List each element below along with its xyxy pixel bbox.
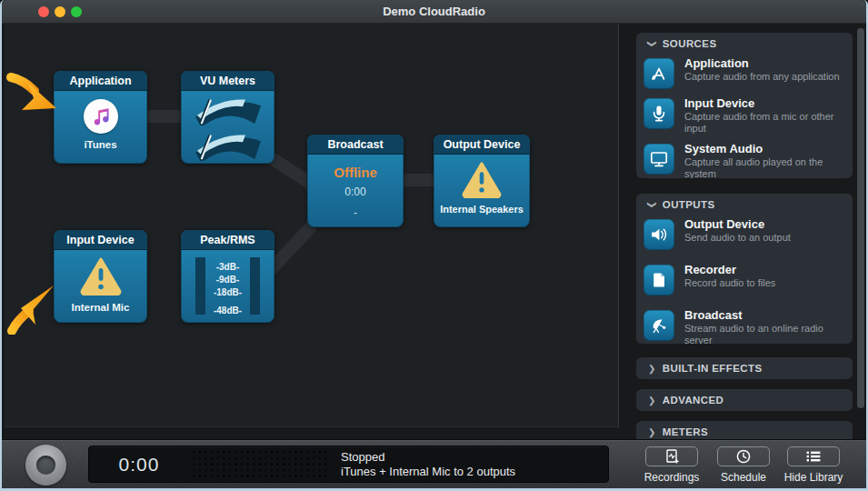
peak-scale-label: -3dB- (216, 261, 240, 274)
sidebar-item-input-device[interactable]: Input Device Capture audio from a mic or… (636, 95, 853, 140)
hide-library-button[interactable]: Hide Library (769, 446, 858, 484)
outputs-header[interactable]: ❯ OUTPUTS (636, 194, 853, 215)
status-text: Stopped iTunes + Internal Mic to 2 outpu… (341, 450, 515, 479)
item-title: Application (684, 56, 840, 70)
file-icon (644, 265, 674, 296)
transport-bar: 0:00 Stopped iTunes + Internal Mic to 2 … (2, 439, 866, 488)
session-timer: 0:00 (89, 446, 189, 482)
warning-icon (461, 160, 503, 202)
node-input-device-title: Input Device (54, 230, 147, 250)
microphone-icon (644, 98, 674, 129)
sources-header[interactable]: ❯ SOURCES (636, 33, 853, 55)
status-line-2: iTunes + Internal Mic to 2 outputs (341, 465, 515, 479)
peak-scale-label: -18dB- (214, 286, 242, 299)
hide-library-label: Hide Library (784, 471, 843, 484)
callout-arrow-input-icon (5, 278, 57, 335)
warning-icon (79, 256, 123, 299)
broadcast-time: 0:00 (344, 185, 365, 198)
node-broadcast[interactable]: Broadcast Offline 0:00 - (307, 135, 404, 227)
node-peak-rms[interactable]: Peak/RMS -3dB- -9dB- -18dB- -48dB- (181, 230, 274, 323)
itunes-icon (84, 99, 118, 134)
broadcast-detail: - (354, 206, 357, 219)
broadcast-status: Offline (334, 165, 377, 180)
item-title: Output Device (684, 217, 791, 231)
peak-meter-bar (195, 257, 205, 315)
builtin-effects-section[interactable]: ❯ BUILT-IN EFFECTS (636, 357, 853, 379)
item-title: System Audio (684, 142, 845, 155)
meters-label: METERS (663, 426, 708, 437)
schedule-label: Schedule (721, 471, 766, 484)
speaker-grille (191, 449, 327, 479)
list-icon (804, 449, 823, 464)
sidebar-item-recorder[interactable]: Recorder Record audio to files (636, 261, 853, 306)
sources-header-label: SOURCES (663, 38, 717, 49)
node-broadcast-title: Broadcast (307, 135, 404, 155)
item-desc: Capture audio from a mic or other input (684, 111, 845, 135)
advanced-label: ADVANCED (663, 395, 724, 406)
item-desc: Send audio to an output (684, 232, 791, 244)
status-line-1: Stopped (341, 450, 515, 465)
record-button[interactable] (25, 445, 66, 486)
speaker-icon (644, 219, 674, 250)
peak-meter-bar (250, 257, 260, 315)
chevron-right-icon: ❯ (648, 426, 656, 436)
item-desc: Capture all audio played on the system (684, 156, 845, 178)
clock-icon (735, 448, 752, 465)
node-application-label: iTunes (84, 139, 116, 150)
pipeline-canvas[interactable]: Application iTunes VU Meters (5, 24, 619, 427)
node-vu-meters[interactable]: VU Meters (181, 71, 274, 164)
sidebar-scrollbar[interactable] (857, 28, 864, 408)
vu-gauge-icon (189, 128, 267, 161)
node-peak-rms-title: Peak/RMS (181, 230, 274, 250)
node-application[interactable]: Application iTunes (54, 71, 147, 164)
status-display: 0:00 Stopped iTunes + Internal Mic to 2 … (88, 446, 609, 483)
item-title: Recorder (684, 263, 775, 276)
chevron-right-icon: ❯ (648, 395, 656, 405)
record-button-center (36, 456, 55, 475)
item-desc: Capture audio from any application (684, 71, 840, 83)
app-store-icon (644, 58, 674, 89)
satellite-dish-icon (644, 310, 674, 341)
vu-gauge-icon (189, 93, 267, 125)
sidebar-item-output-device[interactable]: Output Device Send audio to an output (636, 215, 853, 261)
node-output-device-title: Output Device (434, 135, 530, 155)
titlebar: Demo CloudRadio (2, 0, 866, 24)
sources-section: ❯ SOURCES Application Capture audio from… (636, 33, 853, 178)
node-vu-meters-title: VU Meters (181, 71, 274, 91)
outputs-section: ❯ OUTPUTS Output Device Send audio to an… (636, 194, 853, 344)
advanced-section[interactable]: ❯ ADVANCED (636, 389, 853, 411)
chevron-down-icon: ❯ (647, 201, 657, 209)
item-title: Input Device (684, 96, 845, 110)
peak-scale-label: -48dB- (214, 305, 242, 317)
node-application-title: Application (54, 71, 147, 91)
node-output-device[interactable]: Output Device Internal Speakers (434, 135, 530, 227)
recordings-icon (663, 448, 680, 465)
peak-scale-label: -9dB- (216, 274, 240, 286)
peak-scale: -3dB- -9dB- -18dB- -48dB- (214, 257, 242, 317)
sidebar-item-application[interactable]: Application Capture audio from any appli… (636, 55, 853, 95)
item-desc: Record audio to files (684, 277, 775, 289)
sidebar-item-broadcast[interactable]: Broadcast Stream audio to an online radi… (636, 306, 853, 344)
chevron-right-icon: ❯ (648, 363, 656, 373)
node-input-device[interactable]: Input Device Internal Mic (54, 230, 147, 323)
outputs-header-label: OUTPUTS (663, 199, 715, 210)
node-input-device-label: Internal Mic (72, 302, 130, 313)
item-desc: Stream audio to an online radio server (684, 323, 845, 344)
chevron-down-icon: ❯ (647, 40, 657, 48)
node-output-device-label: Internal Speakers (440, 204, 524, 215)
app-window: Demo CloudRadio Application iTunes (0, 0, 868, 491)
item-title: Broadcast (684, 308, 845, 322)
sidebar-item-system-audio[interactable]: System Audio Capture all audio played on… (636, 140, 853, 178)
display-icon (644, 144, 674, 175)
recordings-label: Recordings (644, 471, 700, 484)
window-title: Demo CloudRadio (2, 0, 866, 24)
builtin-effects-label: BUILT-IN EFFECTS (663, 363, 763, 374)
callout-arrow-application-icon (6, 73, 59, 116)
